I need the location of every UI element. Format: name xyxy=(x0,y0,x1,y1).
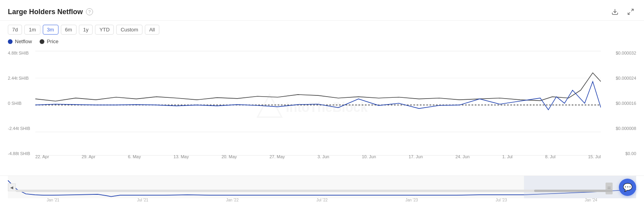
page-title: Large Holders Netflow xyxy=(8,8,83,16)
filter-6m[interactable]: 6m xyxy=(61,25,77,35)
x-label-6: 3. Jun xyxy=(317,154,329,159)
netflow-label: Netflow xyxy=(15,38,32,44)
y-label-4: -4.88t SHIB xyxy=(8,151,30,156)
page-container: Large Holders Netflow ? 7d 1m 3m 6m 1y Y… xyxy=(0,0,644,203)
x-axis: 22. Apr 29. Apr 6. May 13. May 20. May 2… xyxy=(35,154,601,159)
mini-x-label-5: Jul '23 xyxy=(496,198,507,202)
y-label-0: 4.88t SHIB xyxy=(8,51,30,55)
help-icon[interactable]: ? xyxy=(86,8,93,15)
filter-1y[interactable]: 1y xyxy=(79,25,93,35)
netflow-dot xyxy=(8,39,13,44)
x-label-4: 20. May xyxy=(221,154,237,159)
filter-ytd[interactable]: YTD xyxy=(95,25,114,35)
scroll-left-arrow[interactable]: ◀ xyxy=(8,183,16,191)
mini-chart[interactable]: ◀ Jan '21 Jul '21 Jan '22 Jul '22 Jan '2… xyxy=(0,176,644,203)
x-label-1: 29. Apr xyxy=(82,154,95,159)
expand-button[interactable] xyxy=(625,6,636,17)
mini-x-label-4: Jan '23 xyxy=(405,198,418,202)
price-dot xyxy=(40,39,44,44)
y-label-3: -2.44t SHIB xyxy=(8,126,30,131)
chat-button[interactable]: 💬 xyxy=(619,179,636,196)
svg-text:IntoTheBlock: IntoTheBlock xyxy=(286,99,368,115)
y-right-label-1: $0.000024 xyxy=(616,76,636,80)
y-label-2: 0 SHIB xyxy=(8,101,30,106)
chart-svg-container: IntoTheBlock xyxy=(35,47,601,160)
x-label-12: 15. Jul xyxy=(588,154,601,159)
time-filter-bar: 7d 1m 3m 6m 1y YTD Custom All xyxy=(0,21,644,37)
mini-x-label-0: Jan '21 xyxy=(47,198,59,202)
header-right xyxy=(609,6,636,17)
filter-3m[interactable]: 3m xyxy=(43,25,58,35)
filter-custom[interactable]: Custom xyxy=(116,25,142,35)
mini-x-label-1: Jul '21 xyxy=(137,198,148,202)
mini-x-label-2: Jan '22 xyxy=(226,198,239,202)
scroll-handle-line-1 xyxy=(608,187,611,187)
scroll-handle-line-2 xyxy=(608,188,611,189)
svg-line-1 xyxy=(631,9,633,11)
x-label-11: 8. Jul xyxy=(545,154,555,159)
scroll-handle[interactable] xyxy=(606,183,613,194)
mini-chart-svg xyxy=(8,176,636,198)
download-button[interactable] xyxy=(609,6,620,17)
mini-x-axis: Jan '21 Jul '21 Jan '22 Jul '22 Jan '23 … xyxy=(8,198,636,202)
x-label-10: 1. Jul xyxy=(502,154,513,159)
filter-7d[interactable]: 7d xyxy=(8,25,22,35)
x-label-7: 10. Jun xyxy=(362,154,376,159)
filter-1m[interactable]: 1m xyxy=(24,25,40,35)
y-right-label-2: $0.000016 xyxy=(616,101,636,106)
filter-all[interactable]: All xyxy=(145,25,159,35)
chat-icon: 💬 xyxy=(623,183,633,192)
mini-x-label-3: Jul '22 xyxy=(316,198,328,202)
y-right-label-3: $0.000008 xyxy=(616,126,636,131)
header: Large Holders Netflow ? xyxy=(0,0,644,21)
y-right-label-4: $0.00 xyxy=(616,151,636,156)
x-label-0: 22. Apr xyxy=(35,154,49,159)
y-axis-left: 4.88t SHIB 2.44t SHIB 0 SHIB -2.44t SHIB… xyxy=(8,47,30,160)
y-label-1: 2.44t SHIB xyxy=(8,76,30,80)
price-label: Price xyxy=(47,38,58,44)
mini-x-label-6: Jan '24 xyxy=(585,198,597,202)
y-axis-right: $0.000032 $0.000024 $0.000016 $0.000008 … xyxy=(616,47,636,160)
legend-netflow: Netflow xyxy=(8,38,32,44)
scrollbar-thumb[interactable] xyxy=(534,190,613,192)
x-label-3: 13. May xyxy=(173,154,189,159)
svg-line-2 xyxy=(628,13,630,15)
legend-price: Price xyxy=(40,38,58,44)
x-label-8: 17. Jun xyxy=(409,154,423,159)
x-label-2: 6. May xyxy=(128,154,141,159)
bottom-scrollbar[interactable] xyxy=(16,190,613,192)
chart-legend: Netflow Price xyxy=(0,37,644,47)
x-label-9: 24. Jun xyxy=(455,154,469,159)
header-left: Large Holders Netflow ? xyxy=(8,8,93,16)
x-label-5: 27. May xyxy=(270,154,285,159)
main-chart-svg: IntoTheBlock xyxy=(35,47,601,160)
chart-area: 4.88t SHIB 2.44t SHIB 0 SHIB -2.44t SHIB… xyxy=(0,47,644,176)
y-right-label-0: $0.000032 xyxy=(616,51,636,55)
